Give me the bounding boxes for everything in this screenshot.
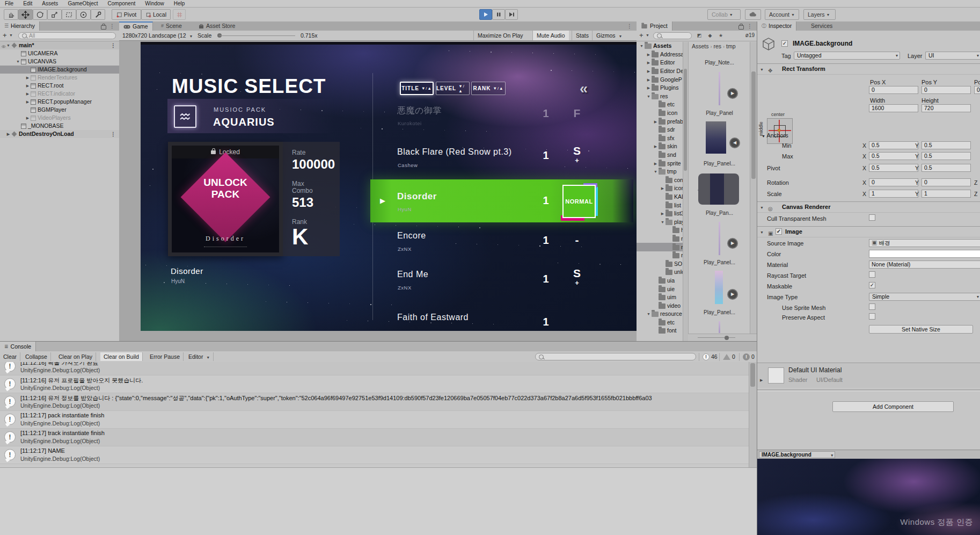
collab-dropdown[interactable]: Collab▼ xyxy=(707,9,741,20)
project-folder-n[interactable]: n xyxy=(637,243,683,251)
tab-services[interactable]: Services xyxy=(807,21,837,31)
console-log-entry[interactable]: ![11:12:17] pack instantiate finishUnity… xyxy=(0,411,749,429)
project-folder-skin[interactable]: ▶skin xyxy=(637,142,683,151)
console-log-entry[interactable]: ![11:12:17] NAMEUnityEngine.Debug:Log(Ob… xyxy=(0,446,749,464)
project-folder-so[interactable]: SO xyxy=(637,259,683,268)
pos-z-field[interactable]: 0 xyxy=(974,86,980,94)
rotation-y-field[interactable]: 0 xyxy=(922,178,971,186)
play-button[interactable] xyxy=(479,9,492,20)
project-folder-res[interactable]: ▼res xyxy=(637,92,683,101)
anchors-max-x-field[interactable]: 0.5 xyxy=(869,152,918,160)
project-folder-font[interactable]: font xyxy=(637,327,683,335)
stats-button[interactable]: Stats xyxy=(572,31,593,40)
console-log-entry[interactable]: ![11:12:16] 픽을 가져오기 완료UnityEngine.Debug:… xyxy=(0,362,749,375)
gameobject-name[interactable]: IMAGE.background xyxy=(793,40,852,47)
hierarchy-item-bgmplayer[interactable]: BGMPlayer xyxy=(0,106,119,114)
foldout-arrow[interactable]: ▶ xyxy=(653,118,659,126)
set-native-size-button[interactable]: Set Native Size xyxy=(869,325,973,334)
project-folder-icon[interactable]: ▶icon xyxy=(637,184,683,193)
foldout-arrow[interactable]: ▶ xyxy=(25,74,31,82)
account-dropdown[interactable]: Account▼ xyxy=(765,9,799,20)
move-tool-button[interactable] xyxy=(18,9,33,20)
chevron-down-icon[interactable]: ▼ xyxy=(646,33,649,37)
scale-y-field[interactable]: 1 xyxy=(922,190,971,198)
hierarchy-item--monobase[interactable]: _MONOBASE xyxy=(0,122,119,130)
project-folder-sdr[interactable]: sdr xyxy=(637,126,683,134)
foldout-arrow[interactable]: ▶ xyxy=(25,82,31,90)
lock-icon[interactable] xyxy=(738,25,744,30)
hand-tool-button[interactable] xyxy=(4,9,18,20)
sort-rank-button[interactable]: RANK ▼/▲ xyxy=(471,82,506,95)
editor-dropdown[interactable]: Editor ▼ xyxy=(185,352,214,361)
search-by-label-icon[interactable]: ◆ xyxy=(705,32,715,39)
project-folder-list[interactable]: list xyxy=(637,201,683,209)
menu-window[interactable]: Window xyxy=(140,0,169,7)
material-field[interactable]: None (Material) xyxy=(869,261,980,269)
project-folder-editor-de[interactable]: ▶Editor De xyxy=(637,67,683,76)
active-checkbox[interactable]: ✓ xyxy=(781,40,788,47)
audio-play-icon[interactable]: ▶ xyxy=(727,238,738,249)
tab-inspector[interactable]: ⓘ Inspector xyxy=(757,21,796,31)
hierarchy-item-videoplayers[interactable]: ▶VideoPlayers xyxy=(0,114,119,122)
foldout-arrow[interactable]: ▶ xyxy=(660,209,665,218)
foldout-arrow[interactable]: ▶ xyxy=(25,98,31,106)
anchors-max-y-field[interactable]: 0.5 xyxy=(922,152,971,160)
add-asset-button[interactable]: + xyxy=(639,31,643,39)
mute-audio-button[interactable]: Mute Audio xyxy=(532,31,569,40)
foldout-arrow[interactable]: ▶ xyxy=(646,59,652,67)
console-log-entry[interactable]: ![11:12:16] 유저 프로필을 받아오지 못했습니다.UnityEngi… xyxy=(0,375,749,393)
thumbnail-zoom-slider[interactable] xyxy=(688,334,757,341)
kebab-menu-icon[interactable]: ⋮ xyxy=(109,23,115,29)
project-folder-resource[interactable]: ▼resource xyxy=(637,310,683,319)
tab-asset-store[interactable]: Asset Store xyxy=(194,21,239,31)
hidden-packages-count[interactable]: ø19 xyxy=(745,32,755,38)
step-button[interactable] xyxy=(505,9,518,20)
pivot-x-field[interactable]: 0.5 xyxy=(869,164,918,172)
foldout-arrow[interactable]: ▶ xyxy=(760,378,763,382)
project-folder-unlo[interactable]: unlo xyxy=(637,268,683,277)
foldout-arrow[interactable]: ▶ xyxy=(5,130,11,138)
canvas-renderer-header[interactable]: ▼ ◎ Canvas Renderer xyxy=(757,201,980,213)
color-swatch[interactable] xyxy=(869,250,980,258)
tab-game[interactable]: Game xyxy=(119,21,153,31)
add-gameobject-button[interactable]: + xyxy=(3,31,7,39)
hierarchy-item-uicamera[interactable]: UICAMERA xyxy=(0,49,119,57)
foldout-arrow[interactable]: ▶ xyxy=(653,160,659,168)
kebab-menu-icon[interactable]: ⋮ xyxy=(111,130,116,138)
audio-play-icon[interactable]: ▶ xyxy=(727,289,738,300)
local-toggle-button[interactable]: Local xyxy=(141,9,171,20)
project-folder-plugins[interactable]: ▶Plugins xyxy=(637,84,683,92)
maximize-on-play-button[interactable]: Maximize On Play xyxy=(473,31,527,40)
difficulty-badge[interactable]: NORMAL xyxy=(562,185,596,218)
kebab-menu-icon[interactable]: ⋮ xyxy=(747,23,752,29)
project-folder-sfx[interactable]: sfx xyxy=(637,134,683,143)
project-folder-uim[interactable]: uim xyxy=(637,293,683,302)
info-count[interactable]: ! 46 xyxy=(699,353,721,361)
gizmos-dropdown[interactable]: Gizmos ▼ xyxy=(592,31,626,40)
project-folder-assets[interactable]: ▼Assets xyxy=(637,42,683,50)
pause-button[interactable] xyxy=(492,9,505,20)
error-count[interactable]: ! 0 xyxy=(739,353,758,361)
project-folder-etc[interactable]: etc xyxy=(637,319,683,327)
preserve-aspect-checkbox[interactable] xyxy=(869,313,875,320)
hierarchy-item-image-background[interactable]: IMAGE.background xyxy=(0,66,119,74)
collapse-list-icon[interactable]: « xyxy=(580,81,588,97)
menu-edit[interactable]: Edit xyxy=(18,0,37,7)
cull-transparent-mesh-checkbox[interactable] xyxy=(869,214,875,221)
project-tree-scrollbar[interactable] xyxy=(683,42,688,341)
pivot-y-field[interactable]: 0.5 xyxy=(922,164,971,172)
pack-card[interactable]: Locked UNLOCKPACK Disorder xyxy=(168,142,283,256)
hierarchy-item-rendertextures[interactable]: ▶RenderTextures xyxy=(0,74,119,82)
hierarchy-item-main-[interactable]: ▼main*⋮👁 xyxy=(0,41,119,49)
foldout-arrow[interactable]: ▶ xyxy=(646,67,652,75)
transform-tool-button[interactable] xyxy=(76,9,91,20)
project-folder-n[interactable]: n xyxy=(637,235,683,243)
console-log-entry[interactable]: ![11:12:16] 유저 정보를 받았습니다 : {"state":0,"m… xyxy=(0,393,749,411)
hierarchy-search-input[interactable]: All xyxy=(18,32,116,39)
rect-transform-header[interactable]: ▼ ✥ Rect Transform xyxy=(757,63,980,75)
breadcrumb[interactable]: Assets›res›tmp xyxy=(692,43,736,49)
width-field[interactable]: 1600 xyxy=(869,104,918,112)
audio-play-icon[interactable]: ◀ xyxy=(729,138,740,148)
anchor-preset-widget[interactable] xyxy=(767,118,793,144)
menu-component[interactable]: Component xyxy=(103,0,141,7)
